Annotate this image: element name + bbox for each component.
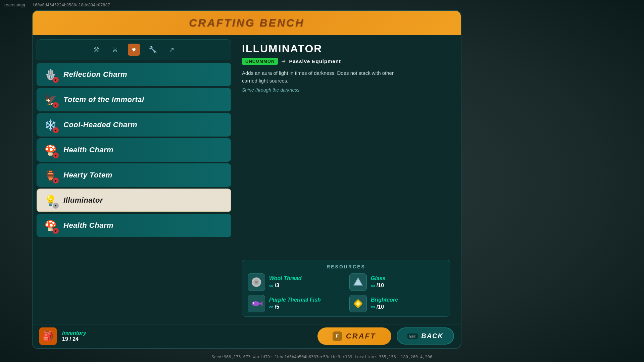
- left-panel: ⚒ ⚔ ♥ 🔧 ↗ 🪬 ♥ Reflection Charm: [37, 39, 231, 320]
- infinity-icon: ∞: [371, 282, 375, 289]
- tab-sword[interactable]: ⚔: [109, 44, 121, 56]
- item-name-illuminator: Illuminator: [63, 196, 103, 205]
- resource-name-wool-thread: Wool Thread: [269, 275, 302, 281]
- resource-count-glass: /10: [377, 282, 384, 289]
- status-bar: Seed:966,173,073 WorldID: 1bbc1d5b4b504b…: [0, 355, 644, 359]
- heart-badge: ♥: [53, 77, 59, 83]
- item-name-reflection-charm: Reflection Charm: [63, 70, 127, 79]
- status-text: Seed:966,173,073 WorldID: 1bbc1d5b4b504b…: [212, 355, 432, 359]
- item-icon-container: 🍄 ♥: [41, 141, 59, 159]
- resource-name-glass: Glass: [371, 275, 386, 281]
- resource-icon-glass: [349, 273, 367, 291]
- infinity-icon: ∞: [269, 304, 274, 311]
- right-panel: ILLUMINATOR UNCOMMON ➜ Passive Equipment…: [235, 39, 457, 320]
- tab-heart[interactable]: ♥: [128, 44, 140, 56]
- resource-count-purple-fish: /5: [275, 304, 279, 310]
- item-name-health-charm-1: Health Charm: [63, 146, 113, 154]
- craft-label: CRAFT: [346, 332, 376, 341]
- back-button[interactable]: Esc BACK: [397, 327, 454, 345]
- tab-arrow[interactable]: ↗: [165, 44, 178, 56]
- inventory-count-display: 19 / 24: [62, 336, 86, 342]
- resource-icon-brightcore: [349, 295, 367, 312]
- inventory-current: 19: [62, 336, 68, 342]
- item-name-cool-headed: Cool-Headed Charm: [63, 120, 137, 129]
- rarity-row: UNCOMMON ➜ Passive Equipment: [242, 58, 450, 65]
- resources-grid: Wool Thread ∞ /3: [248, 273, 444, 312]
- inventory-max: 24: [72, 336, 79, 342]
- user-id: f60a0d4645224b9580c18de894e07887: [33, 3, 110, 7]
- tab-wrench[interactable]: 🔧: [147, 44, 159, 56]
- heart-badge: ♥: [53, 177, 59, 184]
- resources-title: RESOURCES: [248, 264, 444, 269]
- list-item[interactable]: 🍄 ♥ Health Charm: [37, 214, 231, 237]
- item-name-health-charm-2: Health Charm: [63, 221, 113, 230]
- resource-amount-purple-fish: ∞ /5: [269, 304, 321, 311]
- back-key: Esc: [407, 333, 418, 339]
- equipment-type: Passive Equipment: [289, 58, 341, 64]
- item-icon-container: 🦅 ♥: [41, 91, 59, 109]
- heart-badge: ♥: [53, 228, 59, 234]
- resource-icon-wool-thread: [248, 273, 265, 291]
- resource-amount-glass: ∞ /10: [371, 282, 386, 289]
- svg-point-7: [253, 302, 254, 304]
- resource-amount-brightcore: ∞ /10: [371, 304, 398, 311]
- list-item[interactable]: 🍄 ♥ Health Charm: [37, 138, 231, 162]
- infinity-icon: ∞: [371, 304, 375, 311]
- item-name-totem-immortal: Totem of the Immortal: [63, 95, 144, 104]
- resource-name-purple-fish: Purple Thermal Fish: [269, 297, 321, 303]
- craft-button[interactable]: F CRAFT: [317, 327, 391, 345]
- item-icon-container: 💡 ✦: [41, 191, 59, 209]
- detail-title: ILLUMINATOR: [242, 43, 450, 55]
- svg-marker-6: [260, 301, 262, 306]
- inventory-info: Inventory 19 / 24: [62, 330, 86, 342]
- resource-icon-purple-fish: [248, 295, 265, 312]
- rarity-separator: ➜: [281, 58, 286, 64]
- resource-info-brightcore: Brightcore ∞ /10: [371, 297, 398, 311]
- tab-bar: ⚒ ⚔ ♥ 🔧 ↗: [37, 39, 231, 60]
- resource-name-brightcore: Brightcore: [371, 297, 398, 303]
- star-badge: ✦: [53, 203, 59, 209]
- craft-key: F: [333, 331, 342, 341]
- detail-flavor: Shine through the darkness.: [242, 87, 450, 93]
- panel-title: CRAFTING BENCH: [33, 17, 461, 29]
- svg-point-10: [357, 302, 359, 305]
- resource-item-purple-fish: Purple Thermal Fish ∞ /5: [248, 295, 343, 312]
- back-label: BACK: [421, 332, 443, 340]
- resource-item-glass: Glass ∞ /10: [349, 273, 444, 291]
- heart-badge: ♥: [53, 102, 59, 108]
- resource-amount-wool-thread: ∞ /3: [269, 282, 302, 289]
- infinity-icon: ∞: [269, 282, 274, 289]
- svg-point-2: [255, 281, 258, 283]
- svg-point-5: [252, 301, 260, 306]
- resource-info-glass: Glass ∞ /10: [371, 275, 386, 289]
- list-item[interactable]: 🪬 ♥ Reflection Charm: [37, 63, 231, 86]
- footer: 🎒 Inventory 19 / 24 F CRAFT Esc BACK: [33, 324, 461, 348]
- item-icon-container: ❄️ ♥: [41, 116, 59, 134]
- resource-count-wool-thread: /3: [275, 282, 279, 289]
- resource-info-purple-fish: Purple Thermal Fish ∞ /5: [269, 297, 321, 311]
- heart-badge: ♥: [53, 152, 59, 158]
- list-item[interactable]: 🦅 ♥ Totem of the Immortal: [37, 88, 231, 111]
- list-item[interactable]: ❄️ ♥ Cool-Headed Charm: [37, 113, 231, 137]
- username: seamsungg: [3, 3, 25, 7]
- resource-item-brightcore: Brightcore ∞ /10: [349, 295, 444, 312]
- list-item-illuminator[interactable]: 💡 ✦ Illuminator: [37, 189, 231, 212]
- item-name-hearty-totem: Hearty Totem: [63, 171, 112, 179]
- heart-badge: ♥: [53, 127, 59, 133]
- resource-count-brightcore: /10: [377, 304, 384, 310]
- item-icon-container: 🍄 ♥: [41, 216, 59, 235]
- rarity-badge: UNCOMMON: [242, 58, 278, 65]
- item-icon-container: 🏺 ♥: [41, 166, 59, 184]
- inventory-separator: /: [69, 336, 71, 342]
- item-icon-container: 🪬 ♥: [41, 65, 59, 84]
- list-item[interactable]: 🏺 ♥ Hearty Totem: [37, 163, 231, 187]
- detail-description: Adds an aura of light in times of darkne…: [242, 69, 410, 85]
- tab-hammer[interactable]: ⚒: [90, 44, 102, 56]
- inventory-icon: 🎒: [39, 327, 57, 345]
- resource-info-wool-thread: Wool Thread ∞ /3: [269, 275, 302, 289]
- resources-section: RESOURCES Wool Thread: [242, 260, 450, 317]
- resource-item-wool-thread: Wool Thread ∞ /3: [248, 273, 343, 291]
- panel-header: CRAFTING BENCH: [33, 11, 461, 35]
- main-panel: CRAFTING BENCH ⚒ ⚔ ♥ 🔧 ↗ 🪬 ♥: [32, 10, 461, 349]
- inventory-label: Inventory: [62, 330, 86, 336]
